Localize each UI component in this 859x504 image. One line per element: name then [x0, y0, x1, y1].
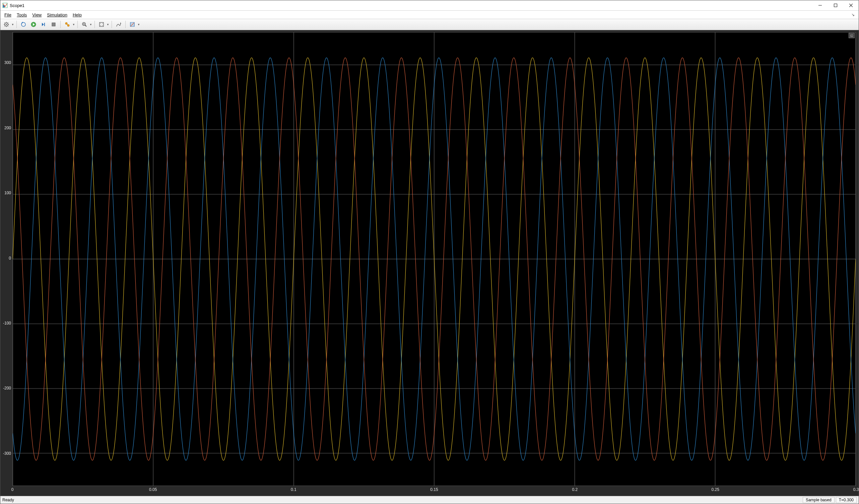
svg-line-27 — [85, 25, 87, 27]
separator — [94, 21, 95, 28]
zoom-icon[interactable] — [80, 20, 89, 29]
maximize-button[interactable] — [828, 0, 843, 10]
app-icon — [2, 3, 8, 8]
status-bar: Ready Sample based T=0.300 — [0, 496, 859, 504]
stop-icon[interactable] — [49, 20, 58, 29]
minimize-button[interactable] — [812, 0, 828, 10]
dock-icon[interactable]: ↘ — [849, 12, 857, 17]
y-tick-label: 300 — [4, 60, 11, 65]
settings-gear-icon[interactable] — [2, 20, 11, 29]
svg-line-12 — [5, 23, 5, 24]
svg-rect-3 — [834, 4, 837, 7]
y-tick-label: 0 — [9, 256, 11, 261]
menu-simulation[interactable]: Simulation — [44, 12, 70, 18]
x-tick-label: 0.05 — [149, 487, 157, 492]
svg-rect-22 — [52, 23, 55, 26]
expand-plot-icon[interactable]: ◱ — [849, 33, 855, 38]
x-tick-label: 0.3 — [853, 487, 859, 492]
y-tick-label: 200 — [4, 126, 11, 130]
trigger-icon[interactable] — [63, 20, 72, 29]
plot-canvas[interactable] — [12, 32, 856, 486]
svg-line-14 — [5, 26, 5, 27]
run-icon[interactable] — [29, 20, 38, 29]
y-tick-label: 100 — [4, 190, 11, 195]
svg-line-25 — [67, 24, 68, 25]
step-back-icon[interactable] — [19, 20, 28, 29]
y-tick-label: -300 — [3, 451, 11, 456]
x-axis: 00.050.10.150.20.250.3 — [12, 486, 856, 496]
separator — [125, 21, 126, 28]
separator — [16, 21, 17, 28]
separator — [60, 21, 61, 28]
x-tick-label: 0.25 — [712, 487, 719, 492]
step-forward-icon[interactable] — [39, 20, 48, 29]
separator — [77, 21, 78, 28]
zoom-dropdown-icon[interactable]: ▼ — [89, 23, 92, 26]
autoscale-icon[interactable] — [97, 20, 106, 29]
y-axis: -300-200-1000100200300 — [0, 30, 12, 486]
svg-line-15 — [8, 23, 9, 24]
close-button[interactable] — [843, 0, 859, 10]
status-time: T=0.300 — [836, 497, 857, 503]
menu-help[interactable]: Help — [70, 12, 85, 18]
svg-point-7 — [6, 24, 7, 25]
settings-dropdown-icon[interactable]: ▼ — [11, 23, 14, 26]
menu-view[interactable]: View — [29, 12, 44, 18]
x-tick-label: 0.15 — [430, 487, 438, 492]
status-ready: Ready — [2, 498, 801, 502]
status-sample-mode: Sample based — [803, 497, 834, 503]
y-tick-label: -100 — [3, 321, 11, 325]
autoscale-dropdown-icon[interactable]: ▼ — [106, 23, 109, 26]
svg-rect-30 — [100, 22, 104, 27]
measurements-icon[interactable] — [127, 20, 137, 29]
trigger-dropdown-icon[interactable]: ▼ — [72, 23, 75, 26]
x-tick-label: 0.2 — [572, 487, 577, 492]
window-controls — [812, 0, 859, 10]
svg-marker-31 — [120, 22, 121, 24]
cursors-icon[interactable] — [114, 20, 123, 29]
title-bar: Scope1 — [0, 0, 859, 11]
measurements-dropdown-icon[interactable]: ▼ — [137, 23, 140, 26]
scope-window: Scope1 File Tools View Simulation Help ↘… — [0, 0, 859, 504]
svg-marker-20 — [42, 23, 44, 26]
scope-area: ◱ -300-200-1000100200300 00.050.10.150.2… — [0, 30, 859, 496]
x-tick-label: 0 — [11, 487, 14, 492]
separator — [111, 21, 112, 28]
menu-tools[interactable]: Tools — [14, 12, 29, 18]
svg-line-13 — [8, 26, 9, 27]
window-title: Scope1 — [10, 3, 812, 8]
menu-bar: File Tools View Simulation Help ↘ — [0, 11, 859, 19]
svg-rect-21 — [44, 23, 45, 26]
menu-file[interactable]: File — [2, 12, 14, 18]
toolbar: ▼ ▼ ▼ ▼ ▼ — [0, 19, 859, 30]
y-tick-label: -200 — [3, 386, 11, 391]
x-tick-label: 0.1 — [291, 487, 297, 492]
